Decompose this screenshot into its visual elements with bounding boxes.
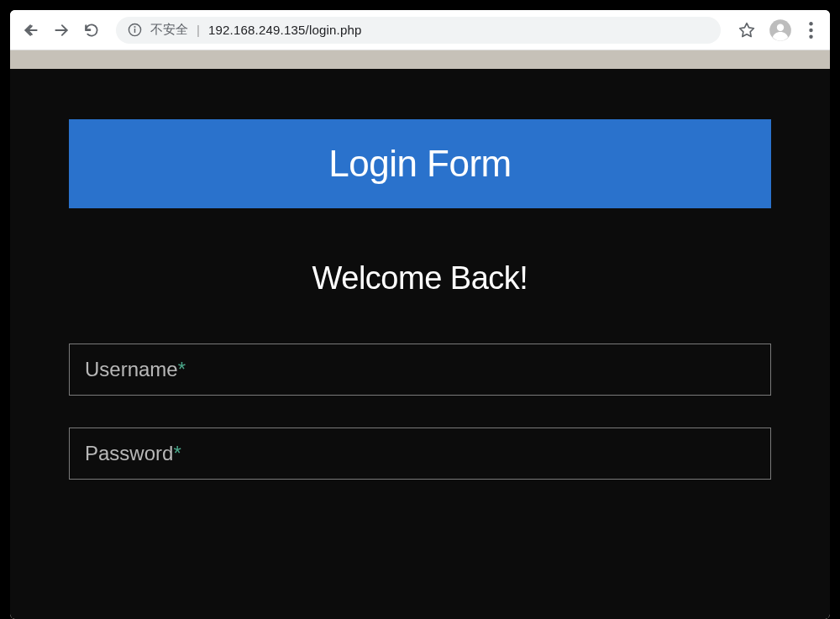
url-text: 192.168.249.135/login.php — [208, 23, 362, 37]
menu-button[interactable] — [800, 16, 822, 45]
reload-button[interactable] — [79, 18, 104, 43]
svg-marker-5 — [740, 23, 754, 36]
info-icon — [128, 23, 142, 37]
svg-point-9 — [809, 28, 812, 31]
star-icon — [738, 22, 755, 39]
form-title: Login Form — [69, 119, 771, 208]
address-divider: | — [197, 23, 200, 37]
arrow-right-icon — [53, 22, 70, 39]
insecure-label: 不安全 — [150, 22, 188, 38]
svg-point-7 — [777, 24, 784, 30]
profile-button[interactable] — [766, 16, 795, 45]
dots-vertical-icon — [809, 22, 813, 39]
user-icon — [769, 18, 792, 42]
svg-point-4 — [134, 27, 135, 28]
svg-point-10 — [809, 34, 812, 38]
address-bar[interactable]: 不安全 | 192.168.249.135/login.php — [116, 17, 721, 44]
bookmark-button[interactable] — [732, 16, 761, 45]
arrow-left-icon — [23, 22, 39, 39]
reload-icon — [83, 22, 100, 39]
username-field-group[interactable]: Username* — [69, 344, 771, 396]
username-input[interactable] — [70, 344, 770, 395]
browser-toolbar: 不安全 | 192.168.249.135/login.php — [10, 10, 830, 50]
password-input[interactable] — [70, 428, 770, 479]
svg-point-8 — [809, 22, 812, 25]
login-panel: Login Form Welcome Back! Username* Passw… — [10, 69, 830, 619]
password-field-group[interactable]: Password* — [69, 428, 771, 480]
forward-button[interactable] — [49, 18, 74, 43]
page-viewport: Login Form Welcome Back! Username* Passw… — [10, 50, 830, 619]
browser-window: 不安全 | 192.168.249.135/login.php Login Fo… — [10, 10, 830, 619]
welcome-heading: Welcome Back! — [69, 260, 771, 296]
back-button[interactable] — [18, 18, 44, 43]
